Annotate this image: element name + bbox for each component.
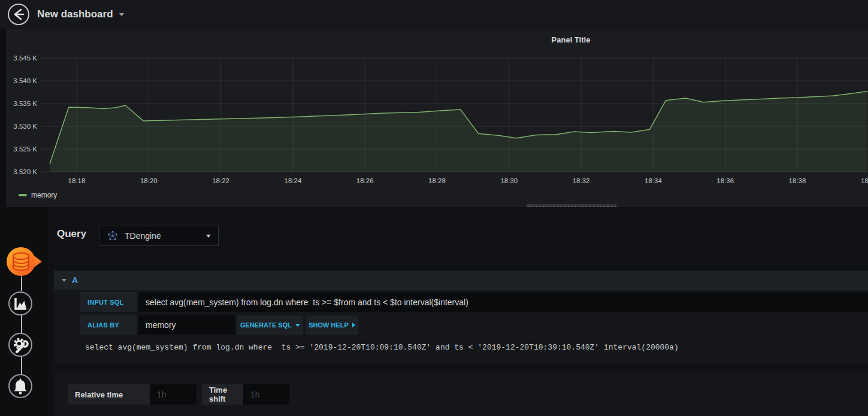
back-button[interactable] xyxy=(7,3,30,26)
timeseries-chart[interactable]: 3.545 K3.540 K3.535 K3.530 K3.525 K3.520… xyxy=(6,53,868,190)
sidebar-tab-queries[interactable] xyxy=(5,246,43,277)
relative-time-input[interactable] xyxy=(150,384,196,405)
panel-title[interactable]: Panel Title xyxy=(552,35,591,44)
dashboard-title: New dashboard xyxy=(37,8,113,20)
sidebar-connector xyxy=(21,315,22,333)
svg-text:18:38: 18:38 xyxy=(789,177,806,184)
svg-text:18:28: 18:28 xyxy=(428,177,446,184)
arrow-left-icon xyxy=(7,3,30,26)
svg-text:18:20: 18:20 xyxy=(140,177,158,184)
alias-by-label: ALIAS BY xyxy=(80,315,137,335)
svg-text:3.530 K: 3.530 K xyxy=(13,123,37,130)
sidebar-tab-general[interactable] xyxy=(8,333,32,357)
svg-text:18:26: 18:26 xyxy=(356,177,374,184)
generate-sql-label: GENERATE SQL xyxy=(240,321,292,329)
svg-text:3.545 K: 3.545 K xyxy=(13,54,37,62)
chevron-down-icon xyxy=(295,324,300,327)
datasource-picker[interactable]: TDengine xyxy=(99,226,219,246)
show-help-button[interactable]: SHOW HELP xyxy=(306,315,358,335)
query-ref-header[interactable]: A xyxy=(54,271,868,290)
input-sql-label: INPUT SQL xyxy=(80,292,137,312)
sidebar-tab-visualization[interactable] xyxy=(8,291,32,315)
collapse-caret-icon xyxy=(62,279,66,282)
graph-panel: Panel Title 3.545 K3.540 K3.535 K3.530 K… xyxy=(6,29,868,207)
svg-text:18:18: 18:18 xyxy=(68,177,86,184)
bell-icon xyxy=(10,375,31,397)
svg-text:18:36: 18:36 xyxy=(716,177,734,184)
svg-text:18:32: 18:32 xyxy=(573,177,590,184)
show-help-label: SHOW HELP xyxy=(309,321,349,329)
svg-text:3.540 K: 3.540 K xyxy=(13,77,37,84)
svg-text:3.525 K: 3.525 K xyxy=(13,145,37,153)
svg-text:18:40: 18:40 xyxy=(861,177,868,184)
gear-wrench-icon xyxy=(10,334,31,356)
chevron-down-icon xyxy=(206,235,211,238)
alias-by-field[interactable] xyxy=(138,315,235,335)
legend-item-memory[interactable]: memory xyxy=(19,191,57,199)
sidebar-connector xyxy=(21,277,22,291)
svg-text:3.535 K: 3.535 K xyxy=(13,100,37,107)
query-section-label: Query xyxy=(57,228,86,240)
chevron-down-icon xyxy=(119,13,124,16)
dashboard-title-menu[interactable]: New dashboard xyxy=(37,0,124,29)
generated-sql-text: select avg(mem_system) from log.dn where… xyxy=(85,343,679,352)
datasource-name: TDengine xyxy=(125,231,200,241)
generate-sql-button[interactable]: GENERATE SQL xyxy=(237,315,303,335)
input-sql-field[interactable] xyxy=(138,292,868,312)
tdengine-logo-icon xyxy=(107,230,119,242)
time-shift-input[interactable] xyxy=(243,384,289,405)
relative-time-label: Relative time xyxy=(68,384,150,405)
top-navbar: New dashboard xyxy=(0,0,868,29)
sidebar-tab-alert[interactable] xyxy=(8,374,32,398)
legend-color-swatch xyxy=(19,194,27,196)
svg-text:18:30: 18:30 xyxy=(500,177,518,184)
time-shift-label: Time shift xyxy=(202,384,243,405)
chart-icon xyxy=(10,293,31,314)
svg-text:18:22: 18:22 xyxy=(212,177,229,184)
legend-label: memory xyxy=(31,191,57,199)
query-ref-id: A xyxy=(72,275,78,285)
time-options-card: Relative time Time shift xyxy=(54,372,868,416)
sidebar-connector xyxy=(21,357,22,374)
database-icon xyxy=(5,246,43,277)
chevron-right-icon xyxy=(352,323,355,327)
svg-text:18:24: 18:24 xyxy=(285,177,302,184)
query-row-card: A INPUT SQL ALIAS BY GENERATE SQL SHOW H… xyxy=(54,271,868,364)
svg-text:3.520 K: 3.520 K xyxy=(13,168,37,175)
svg-text:18:34: 18:34 xyxy=(645,177,662,184)
